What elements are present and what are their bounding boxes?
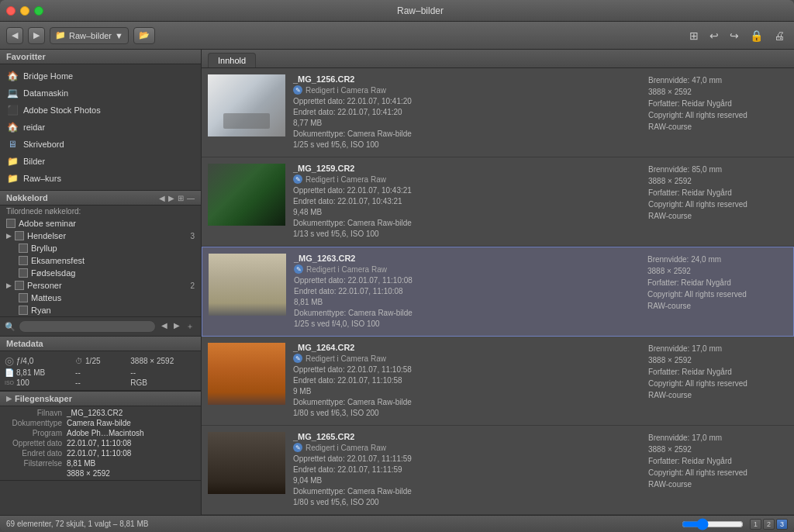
prop-label-filename: Filnavn <box>5 409 67 417</box>
list-item[interactable]: _MG_1259.CR2 ✎ Redigert i Camera Raw Opp… <box>202 157 794 247</box>
camera-raw-icon: ✎ <box>294 264 303 274</box>
prop-row-opprettet: Opprettet dato 22.01.07, 11:10:08 <box>5 438 196 448</box>
metadata-header: Metadata <box>0 337 201 351</box>
image-meta-endret: Endret dato: 22.01.07, 11:10:08 <box>294 286 640 297</box>
image-info-1264: _MG_1264.CR2 ✎ Redigert i Camera Raw Opp… <box>293 343 640 419</box>
image-meta-exposure: 1/25 s ved f/5,6, ISO 100 <box>293 140 640 150</box>
image-info-1256: _MG_1256.CR2 ✎ Redigert i Camera Raw Opp… <box>293 74 640 150</box>
prop-row-filename: Filnavn _MG_1263.CR2 <box>5 408 196 418</box>
sidebar-item-bridge-home[interactable]: 🏠 Bridge Home <box>0 67 201 85</box>
thumbnail-icon[interactable]: ⊞ <box>686 28 702 43</box>
keyword-item-ryan[interactable]: Ryan <box>0 304 201 316</box>
forward-button[interactable]: ▶ <box>28 27 45 44</box>
content-area: Innhold _MG_1256.CR2 ✎ Redigert i Camera… <box>202 50 794 515</box>
kurs: RAW-course <box>648 121 788 133</box>
filesize-icon: 📄 <box>5 368 14 377</box>
iso-icon: ISO <box>5 380 14 385</box>
minimize-button[interactable] <box>20 6 29 16</box>
edited-label: Redigert i Camera Raw <box>306 354 386 363</box>
keyword-checkbox-matteus[interactable] <box>19 293 28 302</box>
prop-val-program: Adobe Ph…Macintosh <box>67 429 196 437</box>
list-item[interactable]: _MG_1264.CR2 ✎ Redigert i Camera Raw Opp… <box>202 337 794 426</box>
sidebar-item-skrivebord[interactable]: 🖥 Skrivebord <box>0 136 201 153</box>
prop-row-doctype: Dokumenttype Camera Raw-bilde <box>5 418 196 428</box>
copyright: Copyright: All rights reserved <box>648 378 788 389</box>
keyword-checkbox-bryllup[interactable] <box>19 244 28 253</box>
undo-icon[interactable]: ↩ <box>706 28 722 43</box>
copyright: Copyright: All rights reserved <box>648 467 788 478</box>
keyword-item-fodselsdag[interactable]: Fødselsdag <box>0 267 201 279</box>
sidebar-item-raw-kurs[interactable]: 📁 Raw–kurs <box>0 170 201 187</box>
image-meta-right-1256: Brennvidde: 47,0 mm 3888 × 2592 Forfatte… <box>648 74 788 150</box>
content-scroll[interactable]: _MG_1256.CR2 ✎ Redigert i Camera Raw Opp… <box>202 68 794 515</box>
aperture-field: ◎ ƒ/4,0 <box>5 354 67 367</box>
bridge-home-icon: 🏠 <box>6 70 19 82</box>
keyword-item-adobe-seminar[interactable]: Adobe seminar <box>0 217 201 230</box>
favorites-list: 🏠 Bridge Home 💻 Datamaskin ⬛ Adobe Stock… <box>0 64 201 190</box>
keyword-item-eksamensfest[interactable]: Eksamensfest <box>0 254 201 267</box>
lock-icon[interactable]: 🔒 <box>747 28 766 43</box>
list-item[interactable]: _MG_1263.CR2 ✎ Redigert i Camera Raw Opp… <box>202 247 794 337</box>
view-btn-3[interactable]: 3 <box>776 519 788 530</box>
keyword-checkbox-personer[interactable] <box>15 281 24 290</box>
view-btn-1[interactable]: 1 <box>750 519 761 530</box>
image-info-1265: _MG_1265.CR2 ✎ Redigert i Camera Raw Opp… <box>293 432 640 508</box>
image-edited-badge: ✎ Redigert i Camera Raw <box>293 354 640 363</box>
keyword-checkbox-hendelser[interactable] <box>15 231 24 240</box>
thumbnail <box>208 432 285 494</box>
back-button[interactable]: ◀ <box>6 27 23 44</box>
shutter-field: ⏱ 1/25 <box>75 357 123 365</box>
keyword-checkbox-eksamensfest[interactable] <box>19 256 28 265</box>
image-edited-badge: ✎ Redigert i Camera Raw <box>293 85 640 95</box>
sidebar-item-bilder[interactable]: 📁 Bilder <box>0 153 201 170</box>
sidebar-item-adobe-stock[interactable]: ⬛ Adobe Stock Photos <box>0 102 201 119</box>
image-meta-exposure: 1/80 s ved f/6,3, ISO 200 <box>293 408 640 419</box>
camera-raw-icon: ✎ <box>293 443 302 452</box>
folder-breadcrumb[interactable]: 📁 Raw–bilder ▼ <box>50 27 129 44</box>
list-item[interactable]: _MG_1256.CR2 ✎ Redigert i Camera Raw Opp… <box>202 68 794 157</box>
res: 3888 × 2592 <box>648 354 788 366</box>
keyword-checkbox-fodselsdag[interactable] <box>19 268 28 278</box>
redo-icon[interactable]: ↪ <box>727 28 742 43</box>
keyword-count-hendelser: 3 <box>190 232 195 240</box>
keyword-item-hendelser[interactable]: ▶ Hendelser 3 <box>0 230 201 242</box>
keyword-label-adobe-seminar: Adobe seminar <box>19 219 76 228</box>
search-next-btn[interactable]: ▶ <box>171 320 182 333</box>
list-item[interactable]: _MG_1265.CR2 ✎ Redigert i Camera Raw Opp… <box>202 426 794 515</box>
keyword-item-bryllup[interactable]: Bryllup <box>0 242 201 254</box>
chevron-right-icon[interactable]: ▶ <box>168 194 174 202</box>
prop-label-program: Program <box>5 429 67 437</box>
search-prev-btn[interactable]: ◀ <box>159 320 170 333</box>
image-meta-size: 8,81 MB <box>294 297 640 308</box>
sidebar-item-datamaskin[interactable]: 💻 Datamaskin <box>0 85 201 102</box>
keyword-checkbox-ryan[interactable] <box>19 306 28 315</box>
folder-label: Raw–bilder <box>69 31 112 40</box>
prop-row-extra: 3888 × 2592 <box>5 468 196 478</box>
view-btn-2[interactable]: 2 <box>763 519 775 530</box>
keyword-item-personer[interactable]: ▶ Personer 2 <box>0 279 201 292</box>
keywords-header-label: Nøkkelord <box>6 193 48 202</box>
search-input[interactable] <box>19 320 156 333</box>
chevron-left-icon[interactable]: ◀ <box>159 194 165 202</box>
keyword-checkbox-adobe-seminar[interactable] <box>6 219 16 228</box>
close-button[interactable] <box>6 6 16 16</box>
browse-button[interactable]: 📂 <box>133 27 155 44</box>
forfatter: Forfatter: Reidar Nygård <box>647 277 787 288</box>
remove-keyword-icon[interactable]: — <box>187 194 195 202</box>
keyword-item-matteus[interactable]: Matteus <box>0 292 201 304</box>
sidebar-item-reidar[interactable]: 🏠 reidar <box>0 119 201 136</box>
maximize-button[interactable] <box>34 6 43 16</box>
home-icon: 🏠 <box>6 121 19 133</box>
add-keyword-icon[interactable]: ⊞ <box>178 194 184 202</box>
tab-innhold[interactable]: Innhold <box>208 53 256 67</box>
zoom-slider[interactable] <box>682 520 744 528</box>
main-window: Raw–bilder ◀ ▶ 📁 Raw–bilder ▼ 📂 ⊞ ↩ ↪ 🔒 … <box>0 0 794 532</box>
image-meta-doctype: Dokumenttype: Camera Raw-bilde <box>293 486 640 497</box>
search-add-btn[interactable]: ＋ <box>184 320 196 333</box>
print-icon[interactable]: 🖨 <box>771 28 788 43</box>
image-meta-opprettet: Opprettet dato: 22.01.07, 11:10:08 <box>294 275 640 286</box>
kurs: RAW-course <box>648 210 788 222</box>
edited-label: Redigert i Camera Raw <box>306 175 386 184</box>
stock-icon: ⬛ <box>6 104 19 116</box>
image-meta-size: 9,48 MB <box>293 207 640 218</box>
